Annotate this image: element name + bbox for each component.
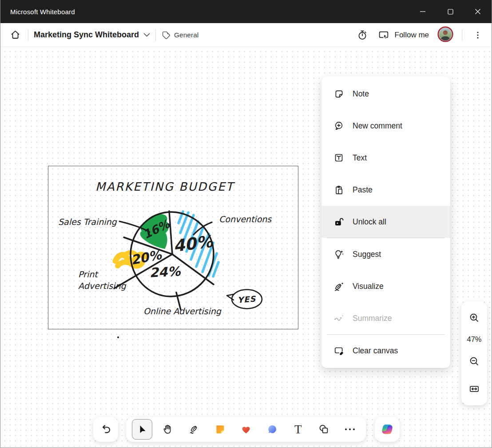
close-icon — [475, 8, 481, 15]
menu-item-label: New comment — [353, 121, 402, 131]
app-window: Microsoft Whiteboard Marketing Sync Whit… — [0, 0, 492, 448]
menu-item-label: Suggest — [353, 250, 381, 259]
menu-item-new-comment[interactable]: New comment — [321, 110, 450, 142]
text-icon — [333, 152, 345, 164]
visualize-icon — [333, 280, 345, 292]
text-tool[interactable]: T — [288, 419, 308, 440]
drawing-title: MARKETING BUDGET — [95, 180, 235, 193]
copilot-button[interactable] — [375, 417, 400, 442]
avatar-image — [437, 26, 454, 43]
paste-icon — [333, 184, 345, 196]
menu-item-label: Unlock all — [353, 217, 386, 227]
more-options-button[interactable] — [470, 28, 485, 43]
home-icon — [10, 29, 21, 40]
zoom-out-button[interactable] — [464, 351, 484, 372]
tag-icon — [161, 30, 171, 40]
text-tool-glyph: T — [294, 424, 302, 436]
marketing-budget-drawing: MARKETING BUDGET — [48, 166, 299, 330]
undo-icon — [100, 424, 112, 436]
fit-width-icon — [468, 383, 480, 395]
zoom-panel: 47% — [461, 301, 487, 405]
new-comment-icon — [333, 120, 345, 132]
close-button[interactable] — [464, 0, 492, 23]
titlebar: Microsoft Whiteboard — [0, 0, 492, 23]
menu-item-unlock-all[interactable]: Unlock all — [321, 206, 450, 238]
unlock-icon — [333, 216, 345, 228]
clear-canvas-icon — [333, 345, 345, 356]
present-cursor-icon — [378, 29, 389, 41]
zoom-out-icon — [468, 356, 480, 367]
chevron-down-icon — [143, 33, 150, 37]
maximize-button[interactable] — [436, 0, 464, 23]
undo-card — [93, 417, 118, 442]
stray-ink-dot — [117, 336, 119, 338]
menu-item-label: Visualize — [353, 282, 384, 291]
home-button[interactable] — [8, 28, 23, 43]
user-avatar[interactable] — [437, 26, 454, 44]
menu-item-note[interactable]: Note — [321, 78, 450, 110]
comment-bubble-icon — [266, 424, 278, 435]
main-toolbar: T — [126, 417, 366, 442]
header-divider — [28, 29, 28, 41]
label-conventions: Conventions — [219, 214, 272, 224]
shapes-icon — [318, 424, 330, 436]
menu-item-summarize[interactable]: Summarize — [321, 302, 450, 334]
hand-icon — [162, 424, 174, 435]
zoom-in-icon — [468, 312, 480, 324]
shapes-tool[interactable] — [314, 419, 334, 440]
timer-button[interactable] — [355, 28, 370, 43]
label-print-2: Advertising — [78, 281, 126, 291]
comment-tool[interactable] — [262, 419, 282, 440]
menu-item-label: Clear canvas — [353, 346, 398, 356]
board-tag-label: General — [174, 31, 198, 39]
menu-item-label: Note — [353, 89, 369, 99]
summarize-icon — [333, 312, 345, 324]
note-icon — [333, 88, 345, 100]
maximize-icon — [448, 9, 453, 15]
menu-item-text[interactable]: Text — [321, 142, 450, 174]
label-print-1: Print — [78, 269, 99, 279]
label-sales-training: Sales Training — [58, 217, 117, 227]
kebab-menu-icon — [473, 30, 483, 40]
reaction-tool[interactable] — [236, 419, 256, 440]
menu-item-label: Text — [353, 153, 367, 163]
header: Marketing Sync Whiteboard General — [0, 23, 492, 47]
label-online: Online Advertising — [143, 306, 222, 316]
board-title-switcher[interactable]: Marketing Sync Whiteboard — [34, 30, 150, 40]
app-title: Microsoft Whiteboard — [0, 8, 75, 16]
sticky-note-tool[interactable] — [210, 419, 230, 440]
ellipsis-icon — [345, 428, 355, 430]
pen-tool[interactable] — [184, 419, 204, 440]
menu-item-clear-canvas[interactable]: Clear canvas — [321, 335, 450, 367]
undo-button[interactable] — [95, 419, 116, 440]
header-divider-2 — [155, 29, 156, 41]
menu-item-label: Paste — [353, 185, 373, 195]
copilot-icon — [381, 423, 394, 436]
sticky-note-icon — [214, 424, 226, 435]
more-tools-button[interactable] — [340, 419, 360, 440]
menu-item-paste[interactable]: Paste — [321, 174, 450, 206]
pen-icon — [188, 424, 200, 435]
pan-tool[interactable] — [158, 419, 178, 440]
pct-conventions: 40% — [172, 232, 214, 256]
follow-me-label: Follow me — [395, 31, 429, 40]
board-title: Marketing Sync Whiteboard — [34, 30, 139, 40]
follow-me-button[interactable]: Follow me — [378, 29, 429, 41]
window-controls — [409, 0, 492, 23]
board-tag-chip[interactable]: General — [161, 30, 198, 40]
zoom-in-button[interactable] — [464, 308, 484, 328]
select-tool[interactable] — [132, 419, 152, 440]
suggest-icon — [333, 248, 345, 260]
whiteboard-canvas[interactable]: MARKETING BUDGET — [0, 47, 492, 448]
select-arrow-icon — [136, 424, 147, 435]
menu-item-visualize[interactable]: Visualize — [321, 270, 450, 302]
minimize-button[interactable] — [409, 0, 436, 23]
whiteboard-frame-object[interactable]: MARKETING BUDGET — [48, 166, 298, 329]
heart-icon — [240, 424, 252, 435]
menu-item-suggest[interactable]: Suggest — [321, 238, 450, 270]
fit-to-screen-button[interactable] — [464, 379, 484, 399]
yes-text: YES — [237, 294, 256, 305]
header-divider-3 — [462, 29, 462, 41]
timer-icon — [357, 29, 368, 41]
canvas-context-menu: Note New comment — [321, 76, 450, 368]
